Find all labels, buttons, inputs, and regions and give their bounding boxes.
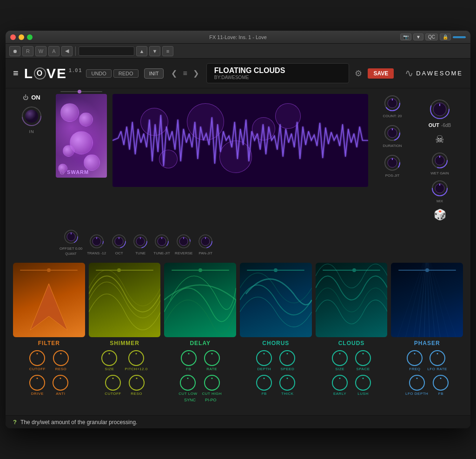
lock-button[interactable]: 🔒 xyxy=(440,33,451,40)
mix-knob[interactable] xyxy=(430,179,449,198)
tunejit-label: TUNE-JIT xyxy=(153,251,170,255)
list-preset-button[interactable]: ≡ xyxy=(181,69,189,78)
filter-drive-knob[interactable] xyxy=(29,375,45,391)
delay-fb-knob[interactable] xyxy=(181,350,197,366)
back-button[interactable]: ◀ xyxy=(61,46,73,56)
offset-knob[interactable] xyxy=(63,228,79,245)
delay-cuthigh-knob[interactable] xyxy=(204,375,220,391)
filter-reso-group: RESO xyxy=(53,350,69,371)
power-icon[interactable]: ⏻ xyxy=(23,94,28,101)
trans-knob[interactable] xyxy=(88,233,105,250)
help-icon[interactable]: ? xyxy=(13,419,17,426)
down-button[interactable]: ▼ xyxy=(149,46,160,56)
undo-button[interactable]: UNDO xyxy=(86,69,111,78)
swarm-visual[interactable]: ⏻ SWARM ··· xyxy=(56,94,107,178)
filter-visual[interactable] xyxy=(13,263,85,337)
shimmer-pitch-knob[interactable] xyxy=(128,350,144,366)
minimize-button[interactable] xyxy=(19,34,24,40)
filter-anti-knob[interactable] xyxy=(53,375,68,391)
chorus-knobs-row2: FB THICK xyxy=(256,375,295,396)
filter-slider-thumb[interactable] xyxy=(47,268,51,272)
tune-knob[interactable] xyxy=(132,233,149,250)
screenshot-button[interactable]: 📷 xyxy=(400,33,411,40)
maximize-button[interactable] xyxy=(27,34,33,40)
phaser-fb-group: FB xyxy=(433,375,449,396)
phaser-lfodepth-knob[interactable] xyxy=(409,375,425,391)
clouds-visual[interactable] xyxy=(316,263,388,337)
posjit-knob[interactable] xyxy=(383,153,402,172)
phaser-fb-label: FB xyxy=(438,392,443,396)
wet-gain-knob[interactable] xyxy=(430,151,449,170)
in-knob[interactable] xyxy=(20,105,43,128)
dice-icon[interactable]: 🎲 xyxy=(434,209,446,221)
svg-line-64 xyxy=(403,263,427,337)
write-button[interactable]: W xyxy=(35,46,46,56)
record-button[interactable]: R xyxy=(22,46,33,56)
out-knob[interactable] xyxy=(428,98,451,121)
swarm-slider-track xyxy=(60,91,102,92)
shimmer-cutoff-knob[interactable] xyxy=(105,375,121,391)
close-button[interactable] xyxy=(10,34,16,40)
chorus-thick-knob[interactable] xyxy=(279,375,295,391)
chorus-depth-knob[interactable] xyxy=(256,350,272,366)
info-button[interactable] xyxy=(453,36,466,38)
swarm-panel: ⏻ SWARM ··· xyxy=(56,94,107,221)
up-button[interactable]: ▲ xyxy=(136,46,147,56)
tunejit-param: TUNE-JIT xyxy=(153,233,170,255)
reverse-knob[interactable] xyxy=(175,233,192,250)
phaser-lforate-group: LFO RATE xyxy=(427,350,447,371)
swarm-slider-thumb[interactable] xyxy=(78,90,81,93)
power-button[interactable]: ⏺ xyxy=(9,46,20,56)
phaser-fb-knob[interactable] xyxy=(433,375,449,391)
panjit-knob[interactable] xyxy=(197,233,214,250)
delay-cutlow-knob[interactable] xyxy=(180,375,196,391)
delay-pipo-label[interactable]: PI-PO xyxy=(205,398,217,402)
clouds-early-knob[interactable] xyxy=(332,375,348,391)
toolbar-input[interactable] xyxy=(79,47,134,56)
count-knob[interactable] xyxy=(383,94,402,113)
delay-sync-label[interactable]: SYNC xyxy=(184,398,196,402)
input-controls: ⏻ ON xyxy=(13,94,50,221)
shimmer-visual[interactable] xyxy=(89,263,161,337)
phaser-visual[interactable] xyxy=(391,263,463,337)
skull-icon[interactable]: ☠ xyxy=(435,133,444,146)
filter-cutoff-knob[interactable] xyxy=(29,350,45,366)
waveform-display[interactable] xyxy=(112,94,368,187)
phaser-freq-knob[interactable] xyxy=(407,350,423,366)
next-preset-button[interactable]: ❯ xyxy=(191,69,201,78)
svg-line-66 xyxy=(394,263,427,337)
prev-preset-button[interactable]: ❮ xyxy=(169,69,179,78)
chorus-speed-knob[interactable] xyxy=(279,350,295,366)
filter-slider xyxy=(13,267,85,273)
menu-button[interactable]: ≡ xyxy=(162,46,173,56)
star-button[interactable]: ⚙ xyxy=(355,68,362,79)
save-button[interactable]: SAVE xyxy=(368,68,394,79)
chorus-fb-knob[interactable] xyxy=(256,375,272,391)
shimmer-size-knob[interactable] xyxy=(101,350,117,366)
tunejit-knob[interactable] xyxy=(153,233,170,250)
hamburger-icon[interactable]: ≡ xyxy=(13,68,19,79)
qc-button[interactable]: QC xyxy=(425,33,438,40)
clouds-size-knob[interactable] xyxy=(332,350,348,366)
delay-rate-knob[interactable] xyxy=(204,350,220,366)
version-label: 1.01 xyxy=(69,67,82,73)
duration-knob[interactable] xyxy=(383,124,402,142)
clouds-space-knob[interactable] xyxy=(355,350,371,366)
shimmer-reso-knob[interactable] xyxy=(129,375,145,391)
chorus-thick-label: THICK xyxy=(281,392,294,396)
redo-button[interactable]: REDO xyxy=(113,69,139,78)
oct-knob[interactable] xyxy=(111,233,127,250)
chorus-visual[interactable] xyxy=(240,263,312,337)
plugin-header: ≡ L O V E 1.01 UNDO REDO INIT ❮ ≡ ❯ FLOA… xyxy=(6,59,470,88)
init-button[interactable]: INIT xyxy=(144,68,164,79)
phaser-lforate-knob[interactable] xyxy=(430,350,445,366)
delay-rate-label: RATE xyxy=(206,367,217,371)
dropdown-button[interactable]: ▼ xyxy=(413,33,423,40)
auto-button[interactable]: A xyxy=(48,46,60,56)
power-row: ⏻ ON xyxy=(23,94,40,101)
shimmer-pitch-label: PITCH+12.0 xyxy=(125,367,147,371)
filter-reso-knob[interactable] xyxy=(53,350,69,366)
delay-visual[interactable] xyxy=(164,263,236,337)
clouds-lush-knob[interactable] xyxy=(355,375,371,391)
chorus-thick-dot xyxy=(287,378,288,379)
